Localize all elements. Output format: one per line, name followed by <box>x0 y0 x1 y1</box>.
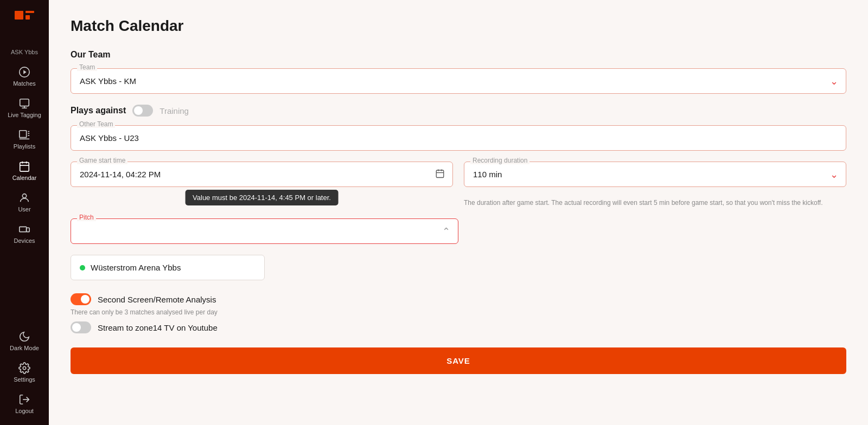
sidebar-item-app-name: ASK Ybbs <box>0 43 49 61</box>
logout-icon <box>18 394 30 405</box>
game-start-input[interactable] <box>80 170 429 179</box>
game-start-label: Game start time <box>77 157 127 164</box>
our-team-section-title: Our Team <box>71 50 846 60</box>
team-dropdown-arrow-icon: ⌄ <box>830 75 838 87</box>
sidebar-item-settings[interactable]: Settings <box>0 357 49 388</box>
pitch-container: Pitch ⌃ Wüsterstrom Arena Ybbs <box>71 218 458 280</box>
sidebar-item-calendar[interactable]: Calendar <box>0 155 49 186</box>
pitch-suggestion-label: Wüsterstrom Arena Ybbs <box>91 263 181 272</box>
main-content: Match Calendar Our Team Team ASK Ybbs - … <box>49 0 868 425</box>
pitch-online-indicator <box>80 265 85 271</box>
svg-point-17 <box>22 194 26 198</box>
game-start-tooltip: Value must be 2024-11-14, 4:45 PM or lat… <box>185 190 339 205</box>
second-screen-row: Second Screen/Remote Analysis <box>71 293 846 305</box>
sidebar-item-playlists[interactable]: Playlists <box>0 124 49 155</box>
second-screen-sublabel: There can only be 3 matches analysed liv… <box>71 308 846 316</box>
svg-rect-19 <box>27 228 29 231</box>
playlist-icon <box>18 129 30 141</box>
pitch-field-wrapper: Pitch ⌃ <box>71 218 458 244</box>
training-label: Training <box>159 106 189 115</box>
pitch-field-label: Pitch <box>77 214 96 221</box>
game-start-wrapper: Game start time Value must be 2024-11-14… <box>71 162 453 208</box>
other-team-field-wrapper: Other Team <box>71 125 846 151</box>
page-title: Match Calendar <box>71 17 846 35</box>
recording-duration-field-wrapper: Recording duration 110 min ⌄ <box>464 162 846 187</box>
team-field-label: Team <box>77 63 97 71</box>
sidebar-item-matches[interactable]: Matches <box>0 61 49 92</box>
user-icon <box>18 192 30 204</box>
second-screen-label: Second Screen/Remote Analysis <box>98 295 216 304</box>
svg-rect-5 <box>20 99 29 106</box>
tag-icon <box>18 98 30 110</box>
game-start-field-border <box>71 162 453 187</box>
svg-rect-0 <box>15 11 23 20</box>
recording-duration-field-border: 110 min ⌄ <box>464 162 846 187</box>
sidebar: ASK Ybbs Matches Live Tagging Playlists … <box>0 0 49 425</box>
svg-rect-18 <box>20 227 27 231</box>
plays-against-row: Plays against Training <box>71 105 846 117</box>
app-logo[interactable] <box>12 9 36 33</box>
other-team-field-label: Other Team <box>77 120 115 128</box>
time-duration-row: Game start time Value must be 2024-11-14… <box>71 162 846 208</box>
gear-icon <box>18 362 30 374</box>
svg-rect-2 <box>25 15 30 20</box>
svg-rect-22 <box>436 170 444 178</box>
pitch-field-border: ⌃ <box>71 218 458 244</box>
pitch-suggestion-item[interactable]: Wüsterstrom Arena Ybbs <box>71 255 265 280</box>
plays-against-label: Plays against <box>71 106 126 115</box>
sidebar-item-dark-mode[interactable]: Dark Mode <box>0 325 49 357</box>
svg-rect-1 <box>25 11 34 13</box>
pitch-dropdown-arrow-icon: ⌃ <box>442 226 450 237</box>
team-select[interactable]: ASK Ybbs - KM <box>80 76 837 86</box>
plays-against-toggle[interactable] <box>132 105 153 117</box>
svg-marker-4 <box>23 70 27 74</box>
devices-icon <box>18 223 30 235</box>
recording-duration-label: Recording duration <box>470 157 529 164</box>
moon-icon <box>18 331 30 343</box>
stream-toggle[interactable] <box>71 321 91 333</box>
recording-dropdown-arrow-icon: ⌄ <box>830 169 838 181</box>
team-field-border: ASK Ybbs - KM ⌄ <box>71 68 846 94</box>
stream-row: Stream to zone14 TV on Youtube <box>71 321 846 333</box>
stream-label: Stream to zone14 TV on Youtube <box>98 323 218 332</box>
svg-rect-8 <box>20 131 27 138</box>
sidebar-item-devices[interactable]: Devices <box>0 218 49 249</box>
calendar-input-icon <box>435 169 445 181</box>
calendar-icon <box>18 160 30 172</box>
sidebar-item-user[interactable]: User <box>0 186 49 218</box>
other-team-input[interactable] <box>80 133 837 143</box>
recording-duration-wrapper: Recording duration 110 min ⌄ The duratio… <box>464 162 846 208</box>
recording-duration-select[interactable]: 110 min <box>473 170 837 179</box>
recording-info-text: The duration after game start. The actua… <box>464 198 846 208</box>
play-circle-icon <box>18 66 30 78</box>
game-start-field-wrapper: Game start time <box>71 162 453 187</box>
team-field-wrapper: Team ASK Ybbs - KM ⌄ <box>71 68 846 94</box>
sidebar-item-logout[interactable]: Logout <box>0 388 49 420</box>
second-screen-toggle[interactable] <box>71 293 91 305</box>
sidebar-item-live-tagging[interactable]: Live Tagging <box>0 92 49 124</box>
pitch-input[interactable] <box>80 227 434 236</box>
save-button[interactable]: SAVE <box>71 347 846 374</box>
svg-rect-13 <box>20 163 29 172</box>
svg-point-20 <box>23 366 26 370</box>
other-team-field-border <box>71 125 846 151</box>
